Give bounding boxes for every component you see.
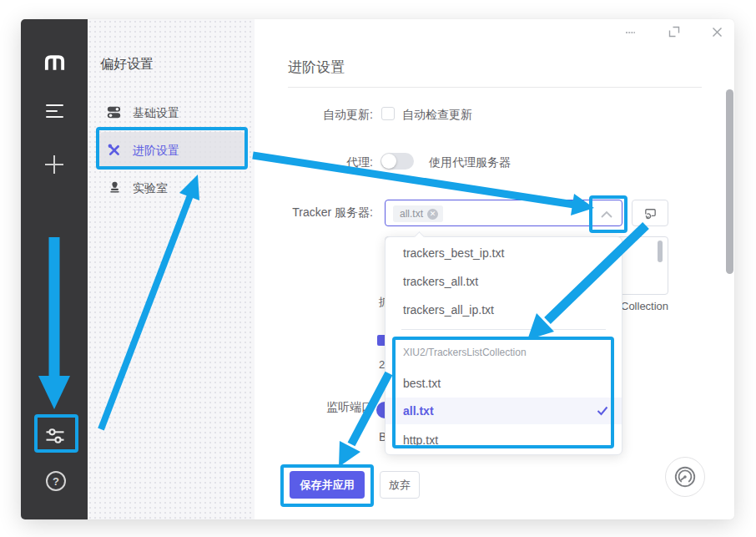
sync-trackers-button[interactable]: [632, 200, 668, 226]
proxy-toggle[interactable]: [381, 153, 414, 170]
auto-update-label: 自动更新:: [123, 108, 373, 123]
sidebar-item-label: 实验室: [133, 181, 168, 196]
dropdown-group-label: XIU2/TrackersListCollection: [403, 347, 527, 358]
dropdown-divider: [401, 329, 606, 330]
sidebar-item-lab[interactable]: 实验室: [108, 180, 168, 196]
dropdown-item-label: all.txt: [403, 404, 434, 418]
check-icon: [597, 405, 608, 418]
dropdown-item-selected[interactable]: all.txt: [386, 398, 622, 424]
close-button[interactable]: [710, 25, 723, 38]
maximize-button[interactable]: [668, 25, 681, 38]
discard-button[interactable]: 放弃: [380, 471, 420, 499]
chevron-up-icon[interactable]: [600, 208, 613, 223]
dropdown-item[interactable]: trackers_best_ip.txt: [386, 239, 622, 267]
dropdown-item[interactable]: http.txt: [386, 426, 622, 454]
tracker-dropdown: trackers_best_ip.txt trackers_all.txt tr…: [385, 236, 622, 455]
listen-port-label: 监听端口: [123, 400, 373, 415]
textarea-scrollbar[interactable]: [658, 241, 663, 262]
dropdown-item[interactable]: trackers_all_ip.txt: [386, 296, 622, 324]
dropdown-item-label: trackers_all_ip.txt: [403, 303, 494, 317]
proxy-label: 代理:: [123, 155, 373, 170]
preferences-title: 偏好设置: [100, 56, 154, 73]
tracker-server-label: Tracker 服务器:: [123, 205, 373, 220]
proxy-toggle-label: 使用代理服务器: [429, 155, 511, 170]
tracker-tag: all.txt ✕: [393, 205, 443, 222]
main-scrollbar[interactable]: [726, 89, 733, 274]
title-divider: [288, 87, 702, 88]
page-title: 进阶设置: [288, 58, 345, 77]
gauge-icon: [673, 464, 698, 489]
tag-close-icon[interactable]: ✕: [427, 209, 438, 220]
help-icon[interactable]: ?: [46, 471, 66, 491]
tracker-source-link-fragment[interactable]: Collection: [621, 300, 668, 312]
app-window: ? 偏好设置 基础设置: [21, 19, 734, 519]
dropdown-item[interactable]: trackers_all.txt: [386, 267, 622, 296]
motrix-logo-icon: [43, 53, 66, 76]
dropdown-item[interactable]: best.txt: [386, 369, 622, 398]
tracker-tag-label: all.txt: [400, 208, 423, 220]
add-task-icon[interactable]: [45, 155, 63, 174]
dropdown-item-label: best.txt: [403, 377, 441, 390]
auto-update-checkbox-label: 自动检查更新: [402, 108, 472, 123]
preferences-sliders-icon[interactable]: [43, 424, 67, 448]
toggles-icon: [107, 105, 121, 122]
dropdown-item-label: trackers_all.txt: [403, 275, 478, 288]
lab-stamp-icon: [108, 180, 121, 196]
app-sidebar: ?: [21, 19, 88, 519]
save-apply-button[interactable]: 保存并应用: [290, 471, 365, 499]
dropdown-item-label: trackers_best_ip.txt: [403, 246, 504, 260]
tools-icon: [107, 143, 121, 160]
speed-gauge-button[interactable]: [665, 457, 705, 497]
dropdown-item-label: http.txt: [403, 433, 438, 447]
tracker-select[interactable]: all.txt ✕: [385, 200, 622, 226]
preferences-panel: 偏好设置 基础设置: [88, 19, 255, 519]
toggle-knob: [381, 154, 396, 169]
task-list-icon[interactable]: [46, 104, 63, 120]
auto-update-checkbox[interactable]: [381, 107, 395, 120]
minimize-button[interactable]: [623, 25, 637, 38]
